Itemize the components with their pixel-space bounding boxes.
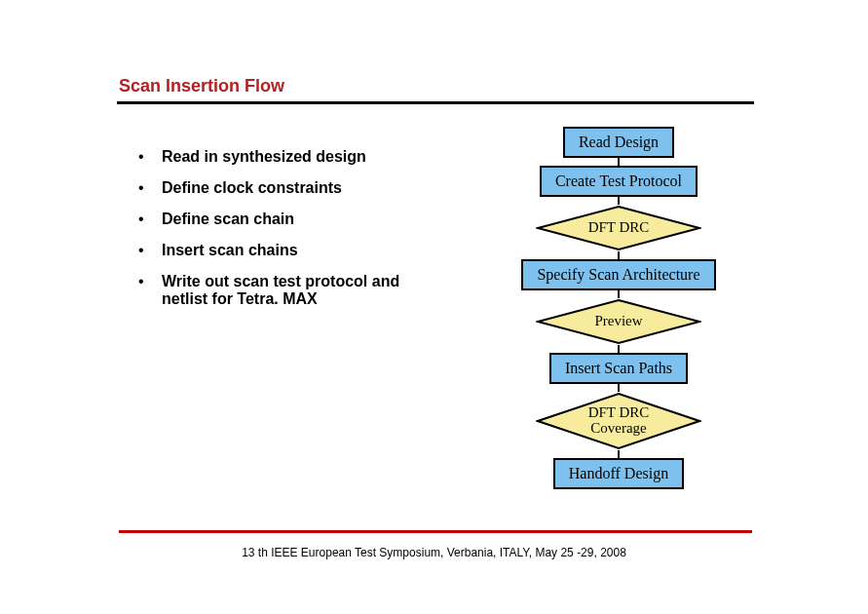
- flow-connector: [618, 251, 620, 259]
- flow-connector: [618, 450, 620, 458]
- bullet-dot-icon: •: [138, 242, 162, 259]
- flow-box-handoff-design: Handoff Design: [553, 458, 684, 489]
- flowchart: Read Design Create Test Protocol DFT DRC…: [487, 127, 750, 489]
- title-rule: [117, 101, 754, 104]
- list-item: • Write out scan test protocol and netli…: [138, 273, 431, 308]
- footer-rule: [119, 530, 752, 533]
- bullet-dot-icon: •: [138, 211, 162, 228]
- bullet-dot-icon: •: [138, 179, 162, 197]
- bullet-dot-icon: •: [138, 273, 162, 290]
- flow-box-create-test-protocol: Create Test Protocol: [540, 166, 698, 197]
- slide-title: Scan Insertion Flow: [119, 76, 284, 96]
- bullet-dot-icon: •: [138, 148, 162, 166]
- bullet-text: Define scan chain: [162, 211, 294, 228]
- slide: Scan Insertion Flow • Read in synthesize…: [0, 0, 868, 614]
- list-item: • Define clock constraints: [138, 179, 431, 197]
- bullet-list: • Read in synthesized design • Define cl…: [138, 148, 431, 322]
- flow-connector: [618, 345, 620, 353]
- footer-text: 13 th IEEE European Test Symposium, Verb…: [0, 546, 868, 559]
- bullet-text: Read in synthesized design: [162, 148, 366, 166]
- flow-connector: [618, 197, 620, 205]
- flow-diamond-preview: Preview: [536, 298, 701, 345]
- flow-diamond-dft-drc: DFT DRC: [536, 205, 701, 251]
- diamond-label: DFT DRC Coverage: [588, 405, 650, 437]
- diamond-label: Preview: [594, 314, 642, 329]
- flow-box-read-design: Read Design: [563, 127, 674, 158]
- list-item: • Read in synthesized design: [138, 148, 431, 166]
- list-item: • Define scan chain: [138, 211, 431, 228]
- flow-box-specify-scan-arch: Specify Scan Architecture: [521, 259, 715, 290]
- bullet-text: Write out scan test protocol and netlist…: [162, 273, 415, 308]
- flow-connector: [618, 290, 620, 298]
- bullet-text: Define clock constraints: [162, 179, 342, 197]
- flow-connector: [618, 158, 620, 166]
- diamond-label: DFT DRC: [588, 220, 650, 236]
- list-item: • Insert scan chains: [138, 242, 431, 259]
- bullet-text: Insert scan chains: [162, 242, 298, 259]
- flow-diamond-dft-drc-coverage: DFT DRC Coverage: [536, 392, 701, 450]
- flow-connector: [618, 384, 620, 392]
- flow-box-insert-scan-paths: Insert Scan Paths: [549, 353, 688, 384]
